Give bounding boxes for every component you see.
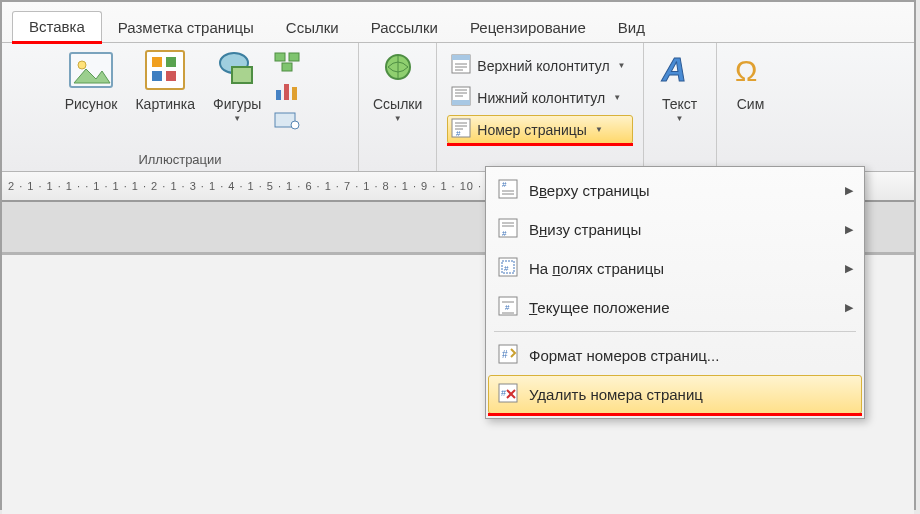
svg-rect-12 [276,90,281,100]
illustrations-small-stack [273,47,301,134]
menu-format-page-numbers[interactable]: # Формат номеров страниц... [488,336,862,375]
menu-remove-page-numbers[interactable]: # Удалить номера страниц [488,375,862,414]
smartart-icon[interactable] [273,51,301,76]
svg-point-16 [291,121,299,129]
screenshot-icon[interactable] [273,109,301,134]
clipart-button[interactable]: Картинка [129,47,201,114]
tab-view[interactable]: Вид [602,13,661,42]
wordart-button[interactable]: A Текст ▼ [652,47,708,125]
submenu-arrow-icon: ▶ [845,262,853,275]
menu-page-margins-label: На полях страницы [529,260,664,277]
ribbon: Рисунок Картинка Фигуры ▼ [2,43,914,172]
links-button[interactable]: Ссылки ▼ [367,47,428,125]
menu-current-position[interactable]: # Текущее положение ▶ [488,288,862,327]
menu-format-label: Формат номеров страниц... [529,347,719,364]
page-margins-icon: # [497,256,519,281]
chevron-down-icon: ▼ [676,114,684,123]
menu-current-position-label: Текущее положение [529,299,670,316]
illustrations-group-label: Иллюстрации [10,150,350,169]
picture-label: Рисунок [65,96,118,112]
svg-rect-10 [289,53,299,61]
svg-rect-13 [284,84,289,100]
svg-text:#: # [504,264,509,273]
chevron-down-icon: ▼ [595,125,603,134]
svg-rect-11 [282,63,292,71]
links-group-label [367,150,428,169]
page-number-icon: # [451,118,471,141]
svg-rect-6 [166,71,176,81]
chevron-down-icon: ▼ [618,61,626,70]
group-text: A Текст ▼ [644,43,717,171]
menu-top-of-page[interactable]: # Вверху страницы ▶ [488,171,862,210]
svg-rect-28 [452,119,470,137]
format-numbers-icon: # [497,343,519,368]
symbol-button[interactable]: Ω Сим [725,47,777,114]
menu-separator [494,331,856,332]
tab-insert[interactable]: Вставка [12,11,102,42]
chevron-down-icon: ▼ [394,114,402,123]
submenu-arrow-icon: ▶ [845,184,853,197]
wordart-icon: A [658,49,702,94]
svg-text:#: # [502,229,507,238]
menu-bottom-of-page[interactable]: # Внизу страницы ▶ [488,210,862,249]
page-top-icon: # [497,178,519,203]
group-illustrations: Рисунок Картинка Фигуры ▼ [2,43,359,171]
tab-mailings[interactable]: Рассылки [355,13,454,42]
svg-rect-8 [232,67,252,83]
svg-rect-9 [275,53,285,61]
header-label: Верхний колонтитул [477,58,609,74]
footer-button[interactable]: Нижний колонтитул ▼ [447,83,632,112]
tab-insert-label: Вставка [29,18,85,35]
chevron-down-icon: ▼ [233,114,241,123]
svg-text:#: # [456,129,461,138]
links-label: Ссылки [373,96,422,112]
chart-icon[interactable] [273,80,301,105]
tab-references[interactable]: Ссылки [270,13,355,42]
svg-rect-3 [152,57,162,67]
footer-label: Нижний колонтитул [477,90,605,106]
svg-rect-14 [292,87,297,100]
header-icon [451,54,471,77]
tab-layout-label: Разметка страницы [118,19,254,36]
ribbon-tabs: Вставка Разметка страницы Ссылки Рассылк… [2,2,914,43]
submenu-arrow-icon: ▶ [845,301,853,314]
picture-icon [68,49,114,94]
tab-references-label: Ссылки [286,19,339,36]
page-number-menu: # Вверху страницы ▶ # Внизу страницы ▶ #… [485,166,865,419]
tab-layout[interactable]: Разметка страницы [102,13,270,42]
shapes-button[interactable]: Фигуры ▼ [207,47,267,125]
remove-numbers-icon: # [497,382,519,407]
svg-text:A: A [661,50,687,88]
page-number-label: Номер страницы [477,122,587,138]
chevron-down-icon: ▼ [613,93,621,102]
page-number-button[interactable]: # Номер страницы ▼ [447,115,632,144]
tab-view-label: Вид [618,19,645,36]
svg-rect-19 [452,55,470,60]
header-footer-group-label [441,148,638,167]
clipart-label: Картинка [135,96,195,112]
svg-rect-24 [452,100,470,105]
svg-text:#: # [505,303,510,312]
svg-rect-4 [166,57,176,67]
submenu-arrow-icon: ▶ [845,223,853,236]
tab-review[interactable]: Рецензирование [454,13,602,42]
svg-text:#: # [502,349,508,360]
svg-point-1 [78,61,86,69]
shapes-icon [214,49,260,94]
svg-text:#: # [501,388,506,398]
symbol-label: Сим [737,96,765,112]
group-links: Ссылки ▼ [359,43,437,171]
tab-review-label: Рецензирование [470,19,586,36]
omega-icon: Ω [731,49,771,94]
text-label: Текст [662,96,697,112]
page-bottom-icon: # [497,217,519,242]
svg-text:#: # [502,180,507,189]
menu-top-of-page-label: Вверху страницы [529,182,650,199]
menu-remove-label: Удалить номера страниц [529,386,703,403]
footer-icon [451,86,471,109]
menu-page-margins[interactable]: # На полях страницы ▶ [488,249,862,288]
picture-button[interactable]: Рисунок [59,47,124,114]
shapes-label: Фигуры [213,96,261,112]
header-button[interactable]: Верхний колонтитул ▼ [447,51,632,80]
word-window: Вставка Разметка страницы Ссылки Рассылк… [0,0,916,510]
